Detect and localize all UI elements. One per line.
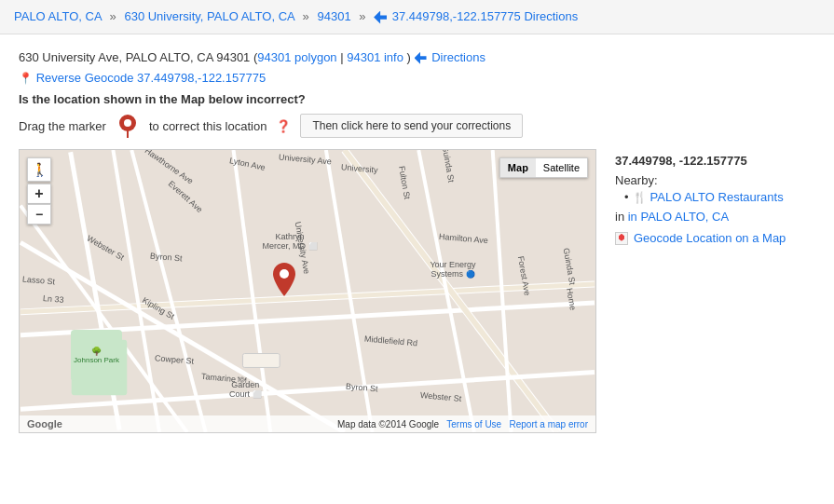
google-logo: Google bbox=[27, 418, 62, 429]
breadcrumb-sep-3: » bbox=[359, 9, 365, 23]
nearby-label: Nearby: bbox=[615, 173, 815, 187]
sidebar-info: 37.449798, -122.157775 Nearby: • 🍴 PALO … bbox=[615, 149, 815, 245]
close-paren: ) bbox=[403, 50, 411, 64]
reverse-geocode-prefix: Reverse Geocode bbox=[36, 71, 134, 85]
divider: | bbox=[337, 50, 348, 64]
nearby-item: • 🍴 PALO ALTO Restaurants bbox=[624, 190, 815, 204]
park-name: Johnson Park bbox=[74, 356, 119, 364]
send-corrections-button[interactable]: Then click here to send your corrections bbox=[300, 114, 523, 138]
reverse-geocode-link[interactable]: Reverse Geocode 37.449798,-122.157775 bbox=[36, 71, 266, 85]
terms-link[interactable]: Terms of Use bbox=[446, 419, 501, 429]
drag-row: Drag the marker to correct this location… bbox=[19, 114, 815, 138]
marker-icon-inline bbox=[118, 114, 137, 138]
restaurant-icon: 🍴 bbox=[633, 191, 647, 204]
map-footer-right: Map data ©2014 Google Terms of Use Repor… bbox=[337, 419, 588, 429]
street-view-button[interactable]: 🚶 bbox=[27, 157, 51, 182]
park-area: 🌳 Johnson Park bbox=[71, 330, 122, 381]
main-layout: Hawthorne Ave Everett Ave Lyton Ave Univ… bbox=[19, 149, 815, 433]
breadcrumb-sep-1: » bbox=[110, 9, 116, 23]
content-area: 630 University Ave, PALO ALTO, CA 94301 … bbox=[0, 34, 834, 448]
drag-text: Drag the marker bbox=[19, 119, 106, 133]
svg-point-20 bbox=[280, 269, 289, 279]
map-type-satellite-button[interactable]: Satellite bbox=[536, 158, 587, 177]
breadcrumb-directions[interactable]: 37.449798,-122.157775 Directions bbox=[392, 9, 578, 23]
coords-display: 37.449798, -122.157775 bbox=[615, 154, 815, 168]
map-container[interactable]: Hawthorne Ave Everett Ave Lyton Ave Univ… bbox=[19, 149, 596, 433]
map-background: Hawthorne Ave Everett Ave Lyton Ave Univ… bbox=[20, 150, 595, 432]
geocode-icon bbox=[615, 232, 628, 245]
geocode-row: Geocode Location on a Map bbox=[615, 231, 815, 245]
directions-link[interactable]: Directions bbox=[431, 50, 485, 64]
kathryn-mercer-label: KathrynMercer, MD ⬜ bbox=[257, 232, 322, 251]
nearby-restaurant-link[interactable]: PALO ALTO Restaurants bbox=[650, 190, 784, 204]
in-location-link[interactable]: in PALO ALTO, CA bbox=[628, 210, 729, 224]
breadcrumb-address[interactable]: 630 University, PALO ALTO, CA bbox=[124, 9, 294, 23]
map-svg-roads bbox=[20, 150, 595, 432]
map-type-controls[interactable]: Map Satellite bbox=[499, 157, 588, 178]
question-text: Is the location shown in the Map below i… bbox=[19, 92, 815, 106]
zoom-in-button[interactable]: + bbox=[27, 184, 51, 204]
breadcrumb-bar: PALO ALTO, CA » 630 University, PALO ALT… bbox=[0, 0, 834, 34]
reverse-geocode-line: 📍 Reverse Geocode 37.449798,-122.157775 bbox=[19, 71, 815, 85]
drag-suffix: to correct this location bbox=[149, 119, 267, 133]
report-link[interactable]: Report a map error bbox=[510, 419, 588, 429]
breadcrumb-sep-2: » bbox=[303, 9, 309, 23]
svg-point-1 bbox=[124, 119, 131, 127]
svg-rect-18 bbox=[242, 354, 280, 368]
reverse-geocode-coords: 37.449798,-122.157775 bbox=[137, 71, 266, 85]
breadcrumb-palo-alto[interactable]: PALO ALTO, CA bbox=[14, 9, 102, 23]
address-full-text: 630 University Ave, PALO ALTO, CA 94301 … bbox=[19, 50, 257, 64]
map-data-text: Map data ©2014 Google bbox=[337, 419, 439, 429]
park-icon: 🌳 bbox=[91, 347, 102, 356]
polygon-link[interactable]: 94301 polygon bbox=[257, 50, 336, 64]
bullet-icon: • bbox=[624, 190, 629, 204]
in-location: in in PALO ALTO, CA bbox=[615, 210, 815, 224]
map-type-map-button[interactable]: Map bbox=[500, 158, 536, 177]
directions-icon-addr bbox=[415, 50, 432, 64]
breadcrumb-icon-directions bbox=[374, 9, 392, 23]
address-line: 630 University Ave, PALO ALTO, CA 94301 … bbox=[19, 48, 815, 68]
map-controls[interactable]: 🚶 + − bbox=[27, 157, 51, 225]
map-footer: Google Map data ©2014 Google Terms of Us… bbox=[20, 415, 595, 432]
garden-court-label: GardenCourt ⬜ bbox=[229, 380, 262, 399]
geocode-link[interactable]: Geocode Location on a Map bbox=[634, 231, 786, 245]
zoom-controls: + − bbox=[27, 184, 51, 225]
pin-icon: 📍 bbox=[19, 72, 33, 85]
question-mark-icon: ❓ bbox=[276, 119, 291, 133]
energy-systems-label: Your Energy Systems 🔵 bbox=[420, 260, 485, 279]
breadcrumb-zip[interactable]: 94301 bbox=[317, 9, 350, 23]
info-link[interactable]: 94301 info bbox=[347, 50, 403, 64]
map-marker[interactable] bbox=[273, 263, 295, 303]
zoom-out-button[interactable]: − bbox=[27, 204, 51, 225]
